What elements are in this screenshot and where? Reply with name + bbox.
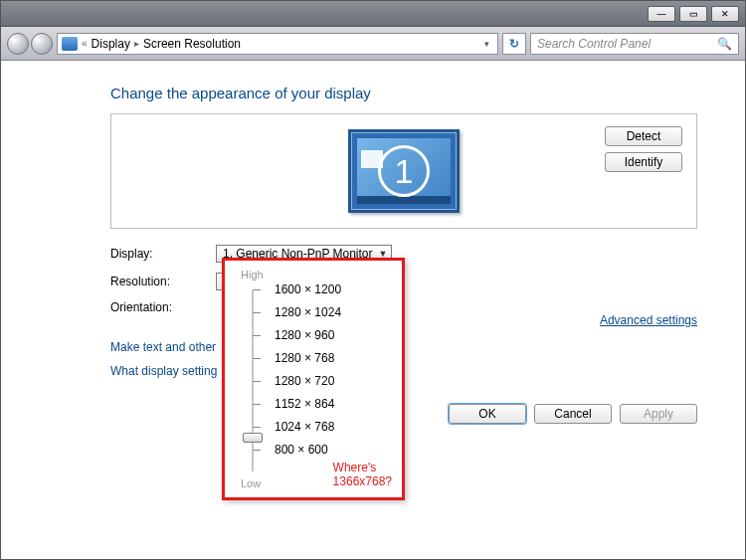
page-heading: Change the appearance of your display	[110, 85, 697, 101]
nav-arrows	[7, 33, 53, 55]
minimize-button[interactable]: —	[648, 6, 675, 22]
slider-thumb[interactable]	[243, 433, 263, 443]
address-bar[interactable]: « Display ▸ Screen Resolution ▾	[57, 33, 498, 55]
titlebar: — ▭ ✕	[1, 1, 745, 27]
slider-high-label: High	[241, 269, 392, 280]
dialog-buttons: OK Cancel Apply	[449, 404, 697, 424]
display-preview-panel: 1 Detect Identify	[110, 113, 697, 229]
control-panel-icon	[62, 37, 78, 51]
identify-button[interactable]: Identify	[605, 152, 682, 172]
orientation-label: Orientation:	[110, 300, 216, 314]
breadcrumb-item-display[interactable]: Display	[92, 37, 130, 51]
ok-button[interactable]: OK	[449, 404, 526, 424]
back-button[interactable]	[7, 33, 29, 55]
address-dropdown-icon[interactable]: ▾	[480, 39, 493, 49]
forward-button[interactable]	[31, 33, 53, 55]
resolution-popup: High 1600 × 12001280 × 10241280 × 960128…	[222, 258, 405, 500]
monitor-preview[interactable]: 1	[348, 129, 460, 213]
resolution-option[interactable]: 1024 × 768	[269, 420, 341, 434]
detect-button[interactable]: Detect	[605, 126, 682, 146]
close-button[interactable]: ✕	[711, 6, 739, 22]
resolution-option[interactable]: 1280 × 720	[269, 374, 341, 388]
breadcrumb-root: «	[82, 38, 88, 49]
search-icon: 🔍	[717, 37, 732, 51]
search-box[interactable]: Search Control Panel 🔍	[530, 33, 739, 55]
resolution-option[interactable]: 800 × 600	[269, 443, 341, 457]
resolution-option[interactable]: 1280 × 960	[269, 328, 341, 342]
advanced-settings-link[interactable]: Advanced settings	[600, 313, 697, 327]
search-placeholder: Search Control Panel	[537, 37, 651, 51]
resolution-options: 1600 × 12001280 × 10241280 × 9601280 × 7…	[269, 282, 341, 457]
resolution-option[interactable]: 1280 × 1024	[269, 305, 341, 319]
cancel-button[interactable]: Cancel	[534, 404, 612, 424]
window: — ▭ ✕ « Display ▸ Screen Resolution ▾ ↻ …	[0, 0, 746, 560]
breadcrumb-sep: ▸	[134, 38, 139, 49]
maximize-button[interactable]: ▭	[679, 6, 707, 22]
resolution-option[interactable]: 1280 × 768	[269, 351, 341, 365]
resolution-option[interactable]: 1600 × 1200	[269, 282, 341, 296]
resolution-option[interactable]: 1152 × 864	[269, 397, 341, 411]
annotation-text: Where's 1366x768?	[333, 462, 392, 489]
breadcrumb-item-screenres[interactable]: Screen Resolution	[143, 37, 241, 51]
navbar: « Display ▸ Screen Resolution ▾ ↻ Search…	[1, 27, 745, 61]
resolution-label: Resolution:	[110, 275, 216, 288]
display-label: Display:	[110, 247, 216, 261]
refresh-button[interactable]: ↻	[502, 33, 526, 55]
slider-low-label: Low	[241, 477, 261, 489]
monitor-icon: 1	[348, 129, 460, 213]
monitor-number: 1	[378, 145, 430, 197]
apply-button: Apply	[620, 404, 697, 424]
